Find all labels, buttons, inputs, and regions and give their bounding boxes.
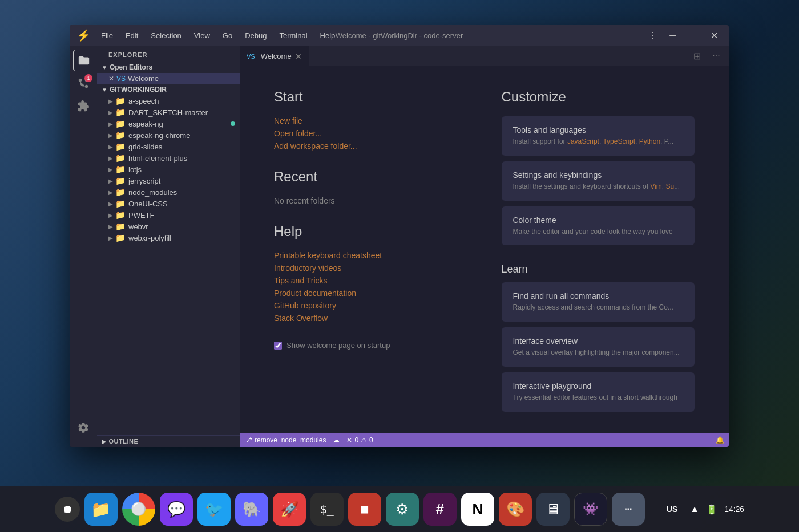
files-taskbar-item[interactable]: 📁	[84, 493, 118, 526]
menu-file[interactable]: File	[95, 29, 119, 42]
git-branch-icon: ⎇	[244, 436, 252, 444]
taskbar-right: US ▲ 🔋 14:26	[661, 504, 744, 515]
terminal-taskbar-item[interactable]: $_	[310, 493, 344, 526]
source-control-activity-icon[interactable]: 1	[73, 73, 94, 94]
add-workspace-link[interactable]: Add workspace folder...	[274, 141, 467, 151]
folder-node-modules[interactable]: ▶ 📁 node_modules	[97, 186, 240, 198]
language-indicator[interactable]: US	[661, 505, 683, 514]
menu-edit[interactable]: Edit	[120, 29, 144, 42]
app3-taskbar-item[interactable]: ⚙	[386, 493, 419, 526]
new-file-link[interactable]: New file	[274, 116, 467, 125]
startup-checkbox-container[interactable]: Show welcome page on startup	[274, 341, 467, 350]
app2-taskbar-item[interactable]: ■	[348, 493, 381, 526]
open-folder-link[interactable]: Open folder...	[274, 129, 467, 138]
tips-tricks-link[interactable]: Tips and Tricks	[274, 276, 467, 285]
find-run-commands-card[interactable]: Find and run all commands Rapidly access…	[502, 282, 695, 322]
folder-label: PWETF	[128, 211, 155, 220]
folder-arrow-icon: ▶	[108, 155, 113, 161]
folder-webvr[interactable]: ▶ 📁 webvr	[97, 221, 240, 232]
error-icon: ✕	[346, 436, 352, 444]
folder-arrow-icon: ▶	[108, 166, 113, 173]
menu-bar: File Edit Selection View Go Debug Termin…	[95, 29, 341, 42]
interface-title: Interface overview	[513, 336, 684, 346]
interactive-playground-card[interactable]: Interactive playground Try essential edi…	[502, 372, 695, 412]
folder-jerryscript[interactable]: ▶ 📁 jerryscript	[97, 175, 240, 186]
su-link[interactable]: Su	[665, 182, 674, 190]
close-welcome-icon[interactable]: ✕	[108, 75, 114, 83]
record-icon: ⏺	[62, 503, 73, 516]
more-taskbar-item[interactable]: ···	[612, 493, 645, 526]
record-taskbar-item[interactable]: ⏺	[55, 497, 80, 522]
mastodon-taskbar-item[interactable]: 🐘	[235, 493, 268, 526]
close-button[interactable]: ✕	[706, 27, 722, 43]
screen-taskbar-item[interactable]: 🖥	[536, 493, 570, 526]
window-controls: ⋮ ─ □ ✕	[644, 27, 722, 43]
workspace-section[interactable]: ▼ GITWORKINGDIR	[97, 84, 240, 95]
folder-a-speech[interactable]: ▶ 📁 a-speech	[97, 95, 240, 107]
folder-arrow-icon: ▶	[108, 201, 113, 207]
discord-taskbar-item[interactable]: 💬	[160, 493, 193, 526]
menu-go[interactable]: Go	[217, 29, 238, 42]
twitter-taskbar-item[interactable]: 🐦	[197, 493, 231, 526]
javascript-link[interactable]: JavaScript	[567, 137, 599, 145]
split-editor-icon[interactable]: ⊞	[689, 48, 705, 64]
folder-iotjs[interactable]: ▶ 📁 iotjs	[97, 164, 240, 175]
sync-status[interactable]: ☁	[333, 436, 340, 444]
more-editor-actions-icon[interactable]: ···	[708, 48, 724, 64]
settings-activity-icon[interactable]	[73, 417, 94, 438]
folder-label: a-speech	[128, 97, 159, 105]
folder-pwetf[interactable]: ▶ 📁 PWETF	[97, 209, 240, 221]
app3-icon: ⚙	[396, 501, 409, 518]
keyboard-cheatsheet-link[interactable]: Printable keyboard cheatsheet	[274, 251, 467, 260]
tab-welcome[interactable]: VS Welcome ✕	[240, 46, 309, 66]
git-branch-status[interactable]: ⎇ remove_node_modules	[244, 436, 326, 444]
svg-point-1	[85, 85, 88, 88]
folder-oneui-css[interactable]: ▶ 📁 OneUI-CSS	[97, 198, 240, 209]
interface-overview-card[interactable]: Interface overview Get a visual overlay …	[502, 327, 695, 367]
folder-icon: 📁	[115, 176, 125, 185]
minimize-button[interactable]: ─	[665, 27, 681, 43]
folder-grid-slides[interactable]: ▶ 📁 grid-slides	[97, 141, 240, 152]
maximize-button[interactable]: □	[685, 27, 701, 43]
extensions-activity-icon[interactable]	[73, 96, 94, 116]
outline-label: Outline	[109, 438, 139, 445]
chrome-taskbar-item[interactable]: ⚪	[122, 493, 155, 526]
vim-link[interactable]: Vim	[650, 182, 661, 190]
folder-webxr-polyfill[interactable]: ▶ 📁 webxr-polyfill	[97, 232, 240, 243]
color-theme-card[interactable]: Color theme Make the editor and your cod…	[502, 206, 695, 246]
art-taskbar-item[interactable]: 🎨	[499, 493, 532, 526]
app1-taskbar-item[interactable]: 🚀	[273, 493, 306, 526]
python-link[interactable]: Python	[639, 137, 660, 145]
outline-section[interactable]: ▶ Outline	[97, 436, 240, 447]
explorer-activity-icon[interactable]	[73, 50, 94, 71]
folder-html-element-plus[interactable]: ▶ 📁 html-element-plus	[97, 152, 240, 164]
menu-debug[interactable]: Debug	[239, 29, 272, 42]
menu-selection[interactable]: Selection	[145, 29, 187, 42]
more-actions-button[interactable]: ⋮	[644, 27, 660, 43]
folder-dart-sketch[interactable]: ▶ 📁 DART_SKETCH-master	[97, 107, 240, 118]
stack-overflow-link[interactable]: Stack Overflow	[274, 314, 467, 323]
folder-label: jerryscript	[128, 177, 160, 185]
errors-status[interactable]: ✕ 0 ⚠ 0	[346, 436, 373, 444]
folder-label: webxr-polyfill	[128, 234, 171, 242]
github-repo-link[interactable]: GitHub repository	[274, 301, 467, 310]
tools-languages-card[interactable]: Tools and languages Install support for …	[502, 116, 695, 156]
folder-espeak-ng[interactable]: ▶ 📁 espeak-ng	[97, 118, 240, 129]
open-editors-section[interactable]: ▼ Open Editors	[97, 62, 240, 73]
settings-keybindings-card[interactable]: Settings and keybindings Install the set…	[502, 161, 695, 201]
open-editor-welcome[interactable]: ✕ VS Welcome	[97, 73, 240, 84]
typescript-link[interactable]: TypeScript	[603, 137, 635, 145]
notion-taskbar-item[interactable]: N	[461, 493, 494, 526]
slack-taskbar-item[interactable]: #	[423, 493, 457, 526]
pixel-taskbar-item[interactable]: 👾	[574, 493, 607, 526]
folder-espeak-ng-chrome[interactable]: ▶ 📁 espeak-ng-chrome	[97, 129, 240, 141]
intro-videos-link[interactable]: Introductory videos	[274, 263, 467, 273]
tab-close-button[interactable]: ✕	[295, 52, 302, 61]
editor-area: VS Welcome ✕ ⊞ ··· Start	[240, 46, 729, 447]
warning-count: 0	[369, 436, 373, 444]
menu-view[interactable]: View	[188, 29, 216, 42]
menu-terminal[interactable]: Terminal	[273, 29, 313, 42]
bell-status[interactable]: 🔔	[716, 436, 724, 444]
startup-checkbox-input[interactable]	[274, 342, 282, 350]
product-docs-link[interactable]: Product documentation	[274, 289, 467, 298]
